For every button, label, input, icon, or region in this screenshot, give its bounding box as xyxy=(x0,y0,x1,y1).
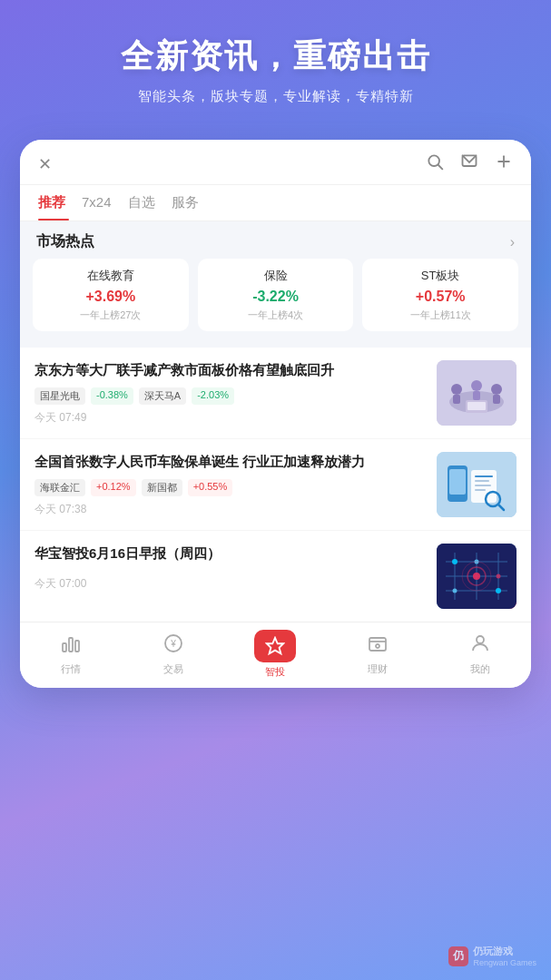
card-topbar: ✕ xyxy=(20,140,531,185)
watermark-text: 仍玩游戏 Rengwan Games xyxy=(473,945,536,967)
market-card-name-3: ST板块 xyxy=(369,268,511,284)
market-card-online-edu[interactable]: 在线教育 +3.69% 一年上榜27次 xyxy=(33,259,189,331)
svg-point-9 xyxy=(471,380,482,391)
news-tag: 国星光电 xyxy=(34,387,85,405)
nav-label-trade: 交易 xyxy=(163,662,183,676)
nav-label-profile: 我的 xyxy=(470,662,490,676)
watermark: 仍 仍玩游戏 Rengwan Games xyxy=(448,945,536,967)
news-image-2 xyxy=(437,452,517,517)
news-title-3: 华宝智投6月16日早报（周四） xyxy=(34,544,426,564)
svg-rect-20 xyxy=(475,480,489,482)
news-time-3: 今天 07:00 xyxy=(34,576,426,592)
nav-tabs: 推荐 7x24 自选 服务 xyxy=(20,185,531,221)
tab-7x24[interactable]: 7x24 xyxy=(82,185,128,220)
svg-point-11 xyxy=(491,384,502,395)
nav-item-market[interactable]: 行情 xyxy=(44,632,98,676)
svg-point-48 xyxy=(477,636,484,643)
news-tag: +0.55% xyxy=(188,479,233,496)
market-card-st[interactable]: ST板块 +0.57% 一年上榜11次 xyxy=(362,259,518,331)
news-tag: -0.38% xyxy=(91,387,133,405)
svg-point-7 xyxy=(451,384,462,395)
market-card-pct-2: -3.22% xyxy=(205,289,347,305)
market-section-header: 市场热点 › xyxy=(20,221,531,259)
topbar-actions xyxy=(426,152,513,175)
news-tags-2: 海联金汇 +0.12% 新国都 +0.55% xyxy=(34,479,426,496)
news-image-3 xyxy=(437,544,517,609)
svg-point-36 xyxy=(453,589,458,593)
tab-recommend[interactable]: 推荐 xyxy=(38,185,82,220)
profile-icon xyxy=(469,632,491,660)
news-tags-1: 国星光电 -0.38% 深天马A -2.03% xyxy=(34,387,426,405)
svg-rect-14 xyxy=(467,402,486,410)
nav-label-market: 行情 xyxy=(61,662,81,676)
bottom-nav: 行情 ¥ 交易 智投 理财 xyxy=(20,622,531,688)
svg-marker-45 xyxy=(267,638,283,653)
news-list: 京东方等大厂联手减产救市面板价格有望触底回升 国星光电 -0.38% 深天马A … xyxy=(20,348,531,622)
news-content-3: 华宝智投6月16日早报（周四） 今天 07:00 xyxy=(34,544,426,609)
finance-icon xyxy=(367,632,389,660)
svg-rect-42 xyxy=(75,641,79,652)
svg-text:¥: ¥ xyxy=(170,639,176,649)
svg-point-47 xyxy=(376,644,379,648)
market-icon xyxy=(60,632,82,660)
market-section-title: 市场热点 xyxy=(36,232,94,251)
news-item-1[interactable]: 京东方等大厂联手减产救市面板价格有望触底回升 国星光电 -0.38% 深天马A … xyxy=(20,348,531,439)
nav-item-trade[interactable]: ¥ 交易 xyxy=(146,632,201,676)
market-card-pct-3: +0.57% xyxy=(369,289,511,305)
news-title-1: 京东方等大厂联手减产救市面板价格有望触底回升 xyxy=(34,360,426,381)
news-tag: +0.12% xyxy=(91,479,136,496)
svg-point-33 xyxy=(473,573,480,580)
market-section-arrow[interactable]: › xyxy=(510,234,515,250)
hero-title: 全新资讯，重磅出击 xyxy=(18,34,533,79)
news-tag: -2.03% xyxy=(192,387,234,405)
news-time-2: 今天 07:38 xyxy=(34,502,426,517)
svg-rect-22 xyxy=(475,489,486,491)
svg-point-32 xyxy=(452,559,458,564)
nav-item-finance[interactable]: 理财 xyxy=(350,632,405,676)
close-button[interactable]: ✕ xyxy=(38,154,52,174)
news-item-2[interactable]: 全国首张数字人民币车险保单诞生 行业正加速释放潜力 海联金汇 +0.12% 新国… xyxy=(20,439,531,531)
market-card-insurance[interactable]: 保险 -3.22% 一年上榜4次 xyxy=(198,259,354,331)
news-tag: 海联金汇 xyxy=(34,479,85,496)
svg-point-37 xyxy=(497,574,501,579)
market-card-sub-1: 一年上榜27次 xyxy=(40,309,182,322)
market-cards: 在线教育 +3.69% 一年上榜27次 保险 -3.22% 一年上榜4次 ST板… xyxy=(20,259,531,342)
svg-line-1 xyxy=(438,165,443,170)
svg-point-34 xyxy=(496,588,501,593)
hero-section: 全新资讯，重磅出击 智能头条，版块专题，专业解读，专精特新 xyxy=(0,0,551,123)
nav-label-zhitou: 智投 xyxy=(265,665,285,679)
svg-rect-41 xyxy=(69,638,73,652)
zhitou-icon xyxy=(254,630,296,662)
news-content-2: 全国首张数字人民币车险保单诞生 行业正加速释放潜力 海联金汇 +0.12% 新国… xyxy=(34,452,426,517)
svg-rect-8 xyxy=(453,395,460,404)
svg-rect-19 xyxy=(475,475,493,477)
message-icon[interactable] xyxy=(460,152,478,175)
market-card-sub-3: 一年上榜11次 xyxy=(369,309,511,322)
phone-card: ✕ 推荐 7x24 自选 服务 市场热点 xyxy=(20,140,531,688)
news-time-1: 今天 07:49 xyxy=(34,410,426,426)
hero-subtitle: 智能头条，版块专题，专业解读，专精特新 xyxy=(18,88,533,105)
market-card-sub-2: 一年上榜4次 xyxy=(205,309,347,322)
tab-watchlist[interactable]: 自选 xyxy=(128,185,172,220)
nav-item-profile[interactable]: 我的 xyxy=(453,632,507,676)
watermark-icon: 仍 xyxy=(448,946,468,966)
svg-rect-12 xyxy=(493,395,500,404)
nav-item-zhitou[interactable]: 智投 xyxy=(248,630,302,679)
search-icon[interactable] xyxy=(426,152,444,175)
svg-rect-21 xyxy=(475,485,491,486)
market-card-name-1: 在线教育 xyxy=(40,268,182,284)
market-card-pct-1: +3.69% xyxy=(40,289,182,305)
nav-label-finance: 理财 xyxy=(368,662,388,676)
news-tag: 新国都 xyxy=(142,479,182,496)
news-content-1: 京东方等大厂联手减产救市面板价格有望触底回升 国星光电 -0.38% 深天马A … xyxy=(34,360,426,426)
market-card-name-2: 保险 xyxy=(205,268,347,284)
tab-service[interactable]: 服务 xyxy=(172,185,215,220)
news-title-2: 全国首张数字人民币车险保单诞生 行业正加速释放潜力 xyxy=(34,452,426,473)
trade-icon: ¥ xyxy=(162,632,184,660)
news-item-3[interactable]: 华宝智投6月16日早报（周四） 今天 07:00 xyxy=(20,531,531,622)
svg-rect-17 xyxy=(449,469,466,495)
svg-rect-10 xyxy=(473,391,480,400)
news-image-1 xyxy=(437,360,517,426)
svg-rect-40 xyxy=(63,643,66,652)
add-icon[interactable] xyxy=(495,152,513,175)
